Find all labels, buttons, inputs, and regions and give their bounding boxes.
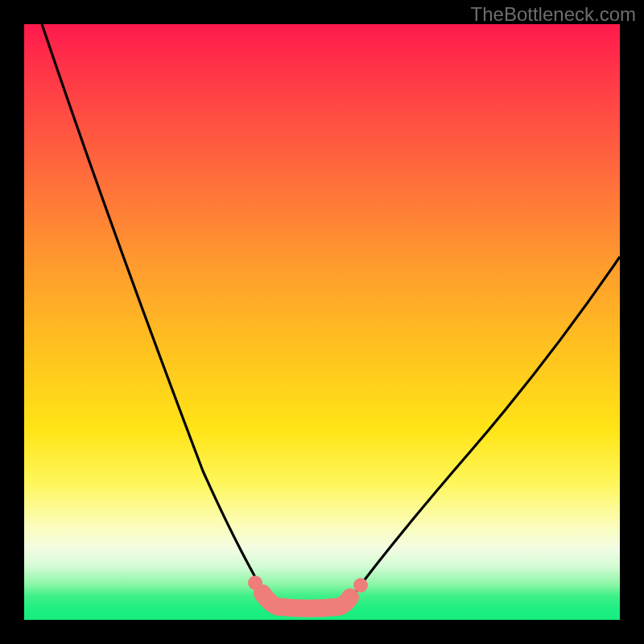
watermark-label: TheBottleneck.com	[471, 3, 636, 26]
chart-container: TheBottleneck.com	[0, 0, 644, 644]
plot-area	[24, 24, 620, 620]
marker-layer	[24, 24, 620, 620]
marker-dot-right	[353, 578, 368, 592]
valley-marker	[262, 593, 350, 609]
marker-dot-left	[248, 576, 262, 590]
